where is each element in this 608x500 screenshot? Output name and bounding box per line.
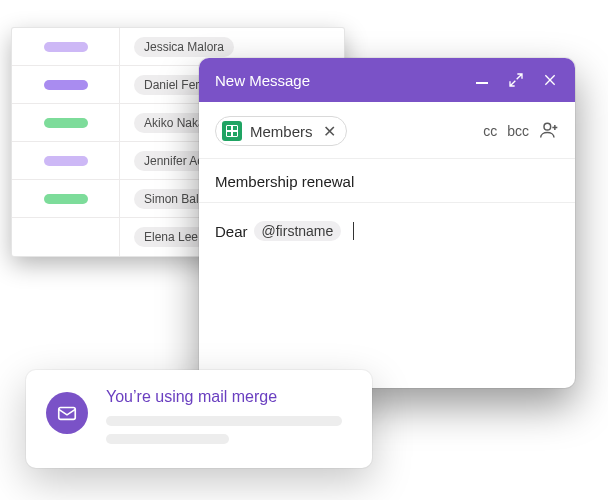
- toast-title: You’re using mail merge: [106, 388, 352, 406]
- minimize-button[interactable]: [473, 71, 491, 89]
- minimize-icon: [476, 82, 488, 84]
- status-cell: [12, 28, 120, 65]
- expand-button[interactable]: [507, 71, 525, 89]
- name-chip: Elena Lee: [134, 227, 208, 247]
- mail-merge-toast: You’re using mail merge: [26, 370, 372, 468]
- status-cell: [12, 218, 120, 256]
- close-button[interactable]: [541, 71, 559, 89]
- compose-window: New Message Members ✕ cc bcc Membership …: [199, 58, 575, 388]
- sheets-icon: [222, 121, 242, 141]
- toast-placeholder-line: [106, 416, 342, 426]
- remove-recipient-button[interactable]: ✕: [321, 122, 338, 141]
- status-cell: [12, 180, 120, 217]
- add-recipient-button[interactable]: [539, 120, 559, 143]
- subject-text: Membership renewal: [215, 173, 354, 190]
- bcc-button[interactable]: bcc: [507, 123, 529, 139]
- recipient-chip[interactable]: Members ✕: [215, 116, 347, 146]
- recipients-row[interactable]: Members ✕ cc bcc: [199, 102, 575, 159]
- toast-placeholder-line: [106, 434, 229, 444]
- status-pill: [44, 156, 88, 166]
- cc-button[interactable]: cc: [483, 123, 497, 139]
- compose-title: New Message: [215, 72, 310, 89]
- recipient-chip-label: Members: [250, 123, 313, 140]
- body-prefix: Dear: [215, 223, 248, 240]
- status-pill: [44, 80, 88, 90]
- status-pill: [44, 194, 88, 204]
- status-cell: [12, 66, 120, 103]
- text-cursor: [353, 222, 354, 240]
- mail-icon: [56, 402, 78, 424]
- person-add-icon: [539, 120, 559, 140]
- status-cell: [12, 142, 120, 179]
- merge-tag: @firstname: [254, 221, 342, 241]
- status-cell: [12, 104, 120, 141]
- compose-body[interactable]: Dear @firstname: [199, 203, 575, 259]
- status-pill: [44, 118, 88, 128]
- close-icon: [542, 72, 558, 88]
- compose-header: New Message: [199, 58, 575, 102]
- status-pill: [44, 42, 88, 52]
- mail-merge-icon-circle: [46, 392, 88, 434]
- subject-field[interactable]: Membership renewal: [199, 159, 575, 203]
- svg-rect-1: [59, 408, 76, 420]
- name-cell: Jessica Malora: [120, 37, 344, 57]
- svg-point-0: [544, 123, 551, 130]
- expand-icon: [508, 72, 524, 88]
- name-chip: Jessica Malora: [134, 37, 234, 57]
- toast-body: You’re using mail merge: [106, 388, 352, 452]
